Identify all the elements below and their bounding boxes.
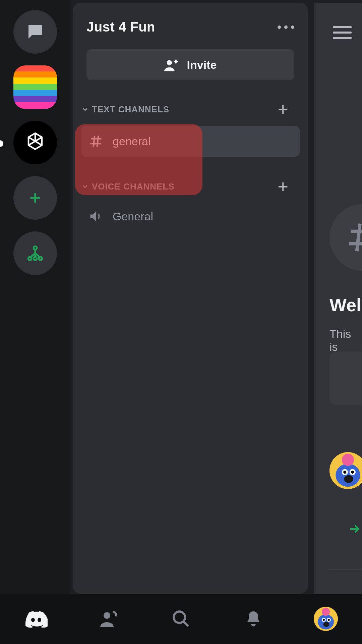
- tab-friends[interactable]: [97, 607, 121, 631]
- panel-header: Just 4 Fun: [86, 19, 294, 35]
- search-icon: [171, 609, 191, 629]
- add-voice-channel-button[interactable]: +: [272, 176, 294, 197]
- svg-point-7: [342, 454, 354, 466]
- svg-point-20: [323, 619, 325, 621]
- svg-point-6: [336, 464, 360, 487]
- svg-point-14: [174, 611, 185, 623]
- server-rail: [0, 0, 70, 594]
- hub-icon: [26, 244, 44, 262]
- openai-logo-icon: [22, 129, 49, 156]
- svg-point-4: [167, 60, 172, 65]
- onboarding-card[interactable]: [329, 352, 362, 405]
- add-server-button[interactable]: [13, 176, 57, 220]
- svg-point-16: [318, 614, 334, 630]
- explore-servers-button[interactable]: [13, 231, 57, 275]
- bottom-tab-bar: [0, 594, 362, 644]
- invite-label: Invite: [187, 58, 217, 71]
- hamburger-button[interactable]: [333, 26, 352, 39]
- tab-notifications[interactable]: [241, 607, 265, 631]
- ellipsis-icon: [291, 25, 294, 29]
- svg-point-10: [343, 471, 346, 474]
- svg-point-2: [34, 257, 37, 260]
- speaker-icon: [88, 209, 103, 224]
- welcome-heading: Wel: [329, 294, 361, 315]
- welcome-subtitle: This is: [329, 327, 362, 354]
- svg-point-17: [322, 608, 330, 616]
- arrow-right-icon[interactable]: [347, 522, 361, 536]
- section-label: TEXT CHANNELS: [92, 104, 169, 115]
- divider: [329, 569, 362, 570]
- plus-icon: [27, 190, 44, 206]
- svg-point-21: [328, 619, 330, 621]
- chat-bubble-icon: [24, 22, 46, 42]
- text-channels-header[interactable]: TEXT CHANNELS +: [81, 99, 300, 124]
- voice-channels-header[interactable]: VOICE CHANNELS +: [81, 176, 300, 201]
- text-channel-general[interactable]: general: [81, 126, 300, 157]
- svg-point-13: [104, 612, 110, 619]
- add-text-channel-button[interactable]: +: [272, 99, 294, 120]
- server-menu-button[interactable]: [278, 25, 294, 29]
- svg-point-22: [323, 622, 329, 627]
- channel-name: general: [113, 135, 150, 148]
- hamburger-icon: [333, 37, 352, 39]
- chevron-down-icon: [81, 105, 89, 113]
- channel-panel: Just 4 Fun Invite TEXT CHANNELS +: [73, 3, 308, 594]
- server-rainbow[interactable]: [13, 65, 57, 109]
- channel-name: General: [113, 210, 153, 223]
- discord-logo-icon: [25, 610, 48, 628]
- person-add-icon: [164, 58, 180, 71]
- avatar-icon: [314, 607, 338, 631]
- tab-search[interactable]: [169, 607, 193, 631]
- chevron-down-icon: [81, 182, 89, 191]
- hamburger-icon: [333, 26, 352, 28]
- server-title[interactable]: Just 4 Fun: [86, 19, 155, 35]
- tab-home[interactable]: [24, 607, 48, 631]
- friend-wave-icon: [99, 609, 119, 629]
- invite-button[interactable]: Invite: [86, 49, 294, 80]
- ellipsis-icon: [278, 25, 281, 29]
- svg-point-12: [344, 475, 354, 483]
- bell-icon: [244, 609, 262, 629]
- section-label: VOICE CHANNELS: [92, 181, 175, 192]
- user-avatar[interactable]: [329, 452, 362, 489]
- svg-point-11: [351, 471, 354, 474]
- voice-channel-general[interactable]: General: [81, 201, 300, 232]
- channel-hero-icon: [329, 204, 362, 271]
- server-unread-dot: [0, 140, 3, 147]
- hash-icon: [88, 134, 103, 149]
- server-openai[interactable]: [13, 121, 57, 164]
- ellipsis-icon: [284, 25, 288, 29]
- direct-messages-button[interactable]: [13, 10, 57, 54]
- app-root: Just 4 Fun Invite TEXT CHANNELS +: [0, 0, 362, 594]
- tab-profile[interactable]: [314, 607, 338, 631]
- hamburger-icon: [333, 32, 352, 34]
- main-content-peek: Wel This is: [314, 3, 362, 594]
- svg-point-0: [34, 246, 37, 250]
